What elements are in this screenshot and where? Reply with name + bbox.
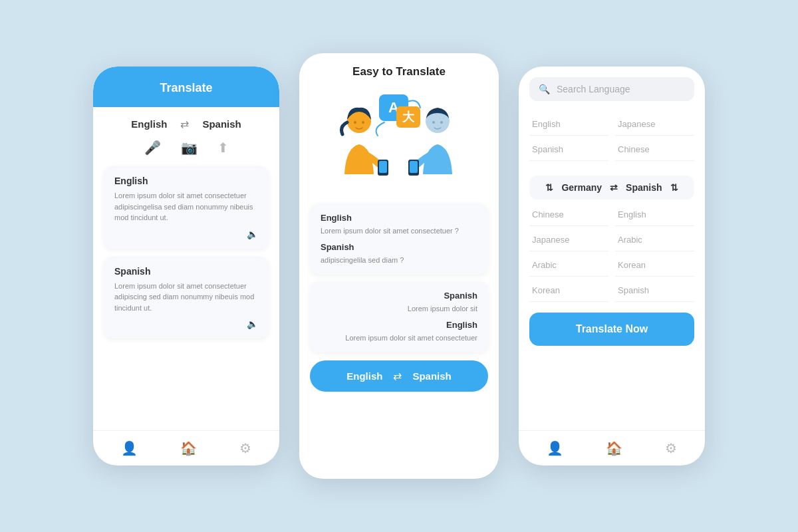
- svg-point-12: [440, 121, 443, 124]
- card1-lang: English: [114, 176, 258, 186]
- chat-card3-lang: Spanish: [321, 291, 477, 301]
- lang-item-chinese[interactable]: Chinese: [615, 138, 694, 161]
- card1-text: Lorem ipsum dolor sit amet consectetuer …: [114, 190, 258, 223]
- card2-text: Lorem ipsum dolor sit amet consectetuer …: [114, 281, 258, 314]
- nav-gear-icon[interactable]: ⚙: [239, 440, 251, 456]
- to-lang: Spanish: [202, 118, 241, 130]
- chat-card1-lang: English: [321, 213, 477, 223]
- chat-card4-text: Lorem ipsum dolor sit amet consectetuer: [321, 332, 477, 344]
- lang-item-japanese[interactable]: Japanese: [615, 113, 694, 136]
- selector-from-lang[interactable]: Germany: [561, 182, 602, 193]
- upload-icon[interactable]: ⬆: [217, 140, 229, 156]
- lang-list-bottom: Chinese English Japanese Arabic Arabic K…: [529, 203, 694, 302]
- chat-card-english: English Lorem ipsum dolor sit amet conse…: [310, 203, 488, 275]
- lang-item-spanish2[interactable]: Spanish: [615, 279, 694, 302]
- phone1-body: English ⇄ Spanish 🎤 📷 ⬆ English Lorem ip…: [93, 107, 279, 430]
- lang-selector-row[interactable]: ⇅ Germany ⇄ Spanish ⇅: [529, 176, 694, 200]
- updown-to-icon: ⇅: [670, 182, 678, 193]
- illustration: A 大: [319, 88, 479, 194]
- search-icon: 🔍: [539, 84, 550, 94]
- lang-list-top: English Japanese Spanish Chinese: [529, 113, 694, 161]
- phone1-title: Translate: [160, 81, 212, 94]
- phone2-body: Easy to Translate A 大: [299, 53, 499, 479]
- speaker-icon-1[interactable]: 🔈: [247, 229, 258, 239]
- lang-item-korean[interactable]: Korean: [615, 254, 694, 277]
- mic-icon[interactable]: 🎤: [144, 140, 161, 156]
- phone3-nav: 👤 🏠 ⚙: [519, 430, 705, 466]
- lang-item-japanese2[interactable]: Japanese: [529, 229, 608, 251]
- svg-text:大: 大: [402, 110, 415, 124]
- speaker-icon-2[interactable]: 🔈: [247, 319, 258, 329]
- card2-lang: Spanish: [114, 266, 258, 277]
- chat-card3-text: Lorem ipsum dolor sit: [321, 303, 477, 315]
- phone1-header: Translate: [93, 66, 279, 107]
- chat-card4-lang: English: [321, 320, 477, 330]
- swap-icon[interactable]: ⇄: [180, 118, 189, 130]
- nav3-gear-icon[interactable]: ⚙: [665, 440, 677, 456]
- nav3-person-icon[interactable]: 👤: [547, 440, 563, 456]
- lang-item-arabic2[interactable]: Arabic: [529, 254, 608, 277]
- chat-card-right: Spanish Lorem ipsum dolor sit English Lo…: [310, 281, 488, 352]
- phone3-body: 🔍 Search Language English Japanese Spani…: [519, 66, 705, 430]
- card-spanish: Spanish Lorem ipsum dolor sit amet conse…: [104, 257, 269, 339]
- input-icons-row: 🎤 📷 ⬆: [104, 140, 269, 156]
- phone-search-language: 🔍 Search Language English Japanese Spani…: [519, 66, 705, 466]
- lang-item-korean2[interactable]: Korean: [529, 279, 608, 302]
- search-bar[interactable]: 🔍 Search Language: [529, 77, 694, 101]
- bottom-swap-icon[interactable]: ⇄: [393, 370, 402, 382]
- from-lang: English: [131, 118, 167, 130]
- svg-point-6: [354, 121, 356, 124]
- search-placeholder: Search Language: [557, 84, 630, 94]
- selector-to-lang[interactable]: Spanish: [626, 182, 662, 193]
- lang-item-english[interactable]: English: [529, 113, 608, 136]
- svg-rect-9: [379, 161, 387, 173]
- updown-from-icon: ⇅: [545, 182, 553, 193]
- chat-card1-text: Lorem ipsum dolor sit amet consectetuer …: [321, 225, 477, 237]
- lang-item-spanish[interactable]: Spanish: [529, 138, 608, 161]
- phone2-title: Easy to Translate: [352, 65, 446, 78]
- lang-item-arabic[interactable]: Arabic: [615, 229, 694, 251]
- lang-item-chinese2[interactable]: Chinese: [529, 203, 608, 226]
- nav-home-icon[interactable]: 🏠: [180, 440, 197, 456]
- svg-rect-14: [410, 161, 418, 173]
- nav3-home-icon[interactable]: 🏠: [606, 440, 622, 456]
- phone-easy-translate: Easy to Translate A 大: [299, 53, 499, 479]
- camera-icon[interactable]: 📷: [181, 140, 198, 156]
- svg-point-11: [432, 121, 435, 124]
- language-toggle-bar[interactable]: English ⇄ Spanish: [310, 360, 488, 392]
- chat-card2-text: adipiscingelila sed diam ?: [321, 255, 477, 266]
- card-english: English Lorem ipsum dolor sit amet conse…: [104, 166, 269, 249]
- bottom-to-lang: Spanish: [412, 370, 451, 382]
- phone-translate: Translate English ⇄ Spanish 🎤 📷 ⬆ Englis…: [93, 66, 279, 466]
- phone1-nav: 👤 🏠 ⚙: [93, 430, 279, 466]
- translate-now-button[interactable]: Translate Now: [529, 313, 694, 346]
- lang-item-english2[interactable]: English: [615, 203, 694, 226]
- selector-swap-icon[interactable]: ⇄: [610, 182, 618, 193]
- lang-switcher[interactable]: English ⇄ Spanish: [104, 118, 269, 130]
- bottom-from-lang: English: [346, 370, 382, 382]
- chat-card2-lang: Spanish: [321, 242, 477, 252]
- nav-person-icon[interactable]: 👤: [121, 440, 138, 456]
- svg-point-7: [362, 121, 364, 124]
